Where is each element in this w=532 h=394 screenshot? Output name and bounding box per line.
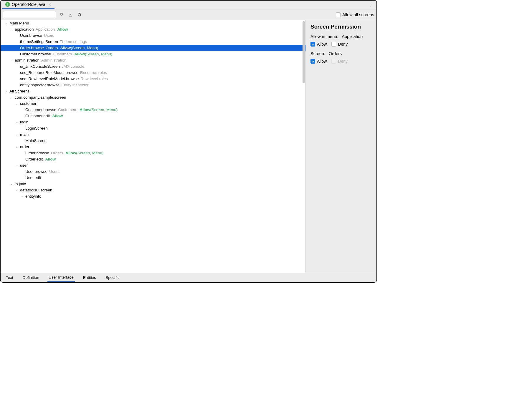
tree-row[interactable]: Customer.browseCustomersAllow (Screen, M… — [1, 107, 305, 113]
file-tab[interactable]: I OperatorRole.java ✕ — [2, 1, 54, 9]
permission-detail: (Screen, Menu) — [76, 151, 103, 155]
tree-row[interactable]: Order.browseOrdersAllow (Screen, Menu) — [1, 45, 305, 51]
chevron-down-icon[interactable]: ⌄ — [15, 145, 19, 148]
bottom-tab-definition[interactable]: Definition — [22, 273, 40, 282]
chevron-down-icon[interactable]: ⌄ — [4, 90, 8, 93]
bottom-tab-text[interactable]: Text — [5, 273, 14, 282]
tree-row[interactable]: User.edit — [1, 175, 305, 181]
screen-permission-panel: Screen Permission Allow in menu: Applica… — [306, 20, 376, 273]
chevron-down-icon[interactable]: ⌄ — [9, 182, 14, 186]
permission-detail: (Screen, Menu) — [85, 52, 112, 56]
tree-row[interactable]: Order.browseOrdersAllow (Screen, Menu) — [1, 150, 305, 156]
tree-row[interactable]: Customer.browseCustomersAllow (Screen, M… — [1, 51, 305, 57]
permission-badge: Allow — [74, 52, 85, 56]
tree-node-hint: Orders — [46, 46, 58, 50]
chevron-down-icon[interactable]: ⌄ — [9, 28, 14, 31]
tree-node-label: themeSettingsScreen — [20, 39, 58, 44]
bottom-tab-entities[interactable]: Entities — [82, 273, 97, 282]
tree-node-label: Main Menu — [9, 21, 29, 25]
tree-node-hint: Application — [36, 27, 55, 32]
close-icon[interactable]: ✕ — [48, 2, 52, 7]
tree-node-label: main — [20, 132, 29, 137]
chevron-down-icon[interactable]: ⌄ — [9, 96, 14, 99]
permission-tree[interactable]: ⌄Main Menu⌄applicationApplicationAllowUs… — [1, 20, 306, 273]
file-tab-title: OperatorRole.java — [12, 2, 45, 7]
side-panel-title: Screen Permission — [310, 24, 372, 30]
tree-row[interactable]: ⌄applicationApplicationAllow — [1, 26, 305, 32]
permission-detail: (Screen, Menu) — [90, 107, 118, 112]
search-field[interactable] — [3, 11, 56, 18]
tree-row[interactable]: ⌄Main Menu — [1, 20, 305, 26]
tree-row[interactable]: ⌄io.jmix — [1, 181, 305, 187]
tree-row[interactable]: ⌄com.company.sample.screen — [1, 94, 305, 100]
tree-row[interactable]: ⌄order — [1, 144, 305, 150]
editor-tab-bar: I OperatorRole.java ✕ ⋮ — [1, 1, 376, 9]
expand-all-icon[interactable] — [58, 11, 65, 18]
tree-node-label: User.edit — [25, 176, 41, 180]
screen-allow-label: Allow — [317, 59, 327, 64]
tree-node-label: io.jmix — [15, 182, 26, 186]
allow-in-menu-label: Allow in menu: — [310, 34, 338, 39]
tree-row[interactable]: ⌄administrationAdministration — [1, 57, 305, 63]
tree-node-label: LoginScreen — [25, 126, 48, 130]
tree-node-label: sec_ResourceRoleModel.browse — [20, 70, 78, 75]
tree-row[interactable]: Order.editAllow — [1, 156, 305, 162]
tree-row[interactable]: ⌄login — [1, 119, 305, 125]
permission-badge: Allow — [45, 157, 56, 161]
collapse-all-icon[interactable] — [67, 11, 74, 18]
menu-allow-label: Allow — [317, 42, 327, 47]
menu-allow-checkbox[interactable] — [310, 42, 315, 47]
tree-row[interactable]: ⌄entityinfo — [1, 193, 305, 199]
tree-node-label: entityinfo — [25, 194, 41, 198]
tree-row[interactable]: MainScreen — [1, 138, 305, 144]
tree-row[interactable]: sec_ResourceRoleModel.browseResource rol… — [1, 69, 305, 76]
chevron-down-icon[interactable]: ⌄ — [20, 195, 24, 198]
chevron-down-icon[interactable]: ⌄ — [15, 188, 19, 192]
bottom-tab-specific[interactable]: Specific — [104, 273, 120, 282]
tree-node-label: administration — [15, 58, 39, 62]
tree-row[interactable]: Customer.editAllow — [1, 113, 305, 119]
tree-row[interactable]: ⌄customer — [1, 100, 305, 107]
menu-deny-checkbox[interactable] — [331, 42, 336, 47]
screen-value: Orders — [329, 51, 342, 56]
permission-badge: Allow — [65, 151, 76, 155]
tree-node-label: customer — [20, 101, 37, 106]
screen-label: Screen: — [310, 51, 325, 56]
tree-row[interactable]: User.browseUsers — [1, 32, 305, 39]
tree-node-hint: Row-level roles — [81, 77, 108, 81]
chevron-down-icon[interactable]: ⌄ — [15, 102, 19, 105]
tree-node-hint: Administration — [41, 58, 67, 62]
chevron-down-icon[interactable]: ⌄ — [9, 59, 14, 62]
permission-detail: (Screen, Menu) — [71, 46, 98, 50]
tree-row[interactable]: ⌄user — [1, 162, 305, 168]
bottom-tab-user-interface[interactable]: User Interface — [47, 273, 75, 282]
tree-node-label: datatoolsui.screen — [20, 188, 52, 192]
tree-row[interactable]: LoginScreen — [1, 125, 305, 131]
tree-row[interactable]: sec_RowLevelRoleModel.browseRow-level ro… — [1, 76, 305, 82]
chevron-down-icon[interactable]: ⌄ — [15, 120, 19, 124]
chevron-down-icon[interactable]: ⌄ — [15, 164, 19, 167]
tree-row[interactable]: ⌄All Screens — [1, 88, 305, 94]
tree-node-label: User.browse — [20, 33, 42, 38]
tree-node-label: entityInspector.browse — [20, 83, 60, 87]
tree-row[interactable]: themeSettingsScreenTheme settings — [1, 39, 305, 45]
chevron-down-icon[interactable]: ⌄ — [4, 21, 8, 25]
screen-allow-checkbox[interactable] — [310, 59, 315, 64]
tree-node-hint: Orders — [51, 151, 63, 155]
tree-row[interactable]: entityInspector.browseEntity inspector — [1, 82, 305, 88]
tree-row[interactable]: User.browseUsers — [1, 168, 305, 175]
tree-node-hint: Customers — [53, 52, 72, 56]
toolbar: Allow all screens — [1, 9, 376, 20]
scrollbar-thumb[interactable] — [303, 21, 305, 83]
allow-all-checkbox[interactable] — [336, 12, 341, 17]
tab-bar-more-icon[interactable]: ⋮ — [367, 3, 375, 7]
tree-node-label: User.browse — [25, 169, 47, 174]
tree-node-label: Order.edit — [25, 157, 43, 161]
tree-row[interactable]: ⌄main — [1, 131, 305, 138]
tree-node-hint: Users — [49, 169, 60, 174]
tree-row[interactable]: ⌄datatoolsui.screen — [1, 187, 305, 193]
chevron-down-icon[interactable]: ⌄ — [15, 133, 19, 136]
gear-icon[interactable] — [76, 11, 82, 18]
tree-row[interactable]: ui_JmxConsoleScreenJMX console — [1, 63, 305, 69]
search-input[interactable] — [6, 12, 56, 17]
